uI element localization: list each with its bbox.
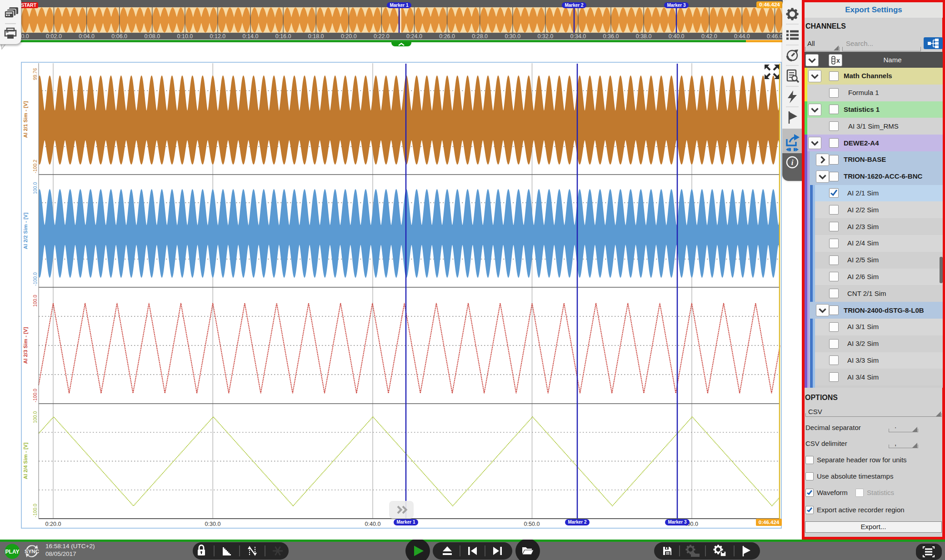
svg-text:0:28.0: 0:28.0	[472, 33, 488, 40]
svg-text:0:06.0: 0:06.0	[111, 33, 127, 40]
svg-text:0:24.0: 0:24.0	[406, 33, 422, 40]
svg-text:100.0: 100.0	[32, 182, 38, 194]
svg-text:16:58:14 (UTC+2): 16:58:14 (UTC+2)	[45, 543, 95, 550]
svg-text:0:12.0: 0:12.0	[210, 33, 226, 40]
svg-text:0:20.0: 0:20.0	[45, 521, 61, 527]
svg-text:100.0: 100.0	[32, 411, 38, 423]
svg-text:AI 2/4 Sim - [V]: AI 2/4 Sim - [V]	[23, 443, 28, 480]
svg-text:0:40.0: 0:40.0	[365, 521, 381, 527]
svg-text:-100.0: -100.0	[32, 272, 38, 286]
svg-text:AI 2/2 Sim - [V]: AI 2/2 Sim - [V]	[23, 213, 28, 250]
svg-text:0:04.0: 0:04.0	[79, 33, 95, 40]
svg-text:0:40.0: 0:40.0	[669, 33, 685, 40]
svg-text:0:02.0: 0:02.0	[46, 33, 62, 40]
svg-text:0:08.0: 0:08.0	[144, 33, 160, 40]
svg-text:0:10.0: 0:10.0	[177, 33, 193, 40]
svg-text:0:20.0: 0:20.0	[341, 33, 357, 40]
svg-text:i: i	[791, 158, 794, 167]
svg-text:-100.0: -100.0	[32, 504, 38, 517]
svg-text:0:26.0: 0:26.0	[439, 33, 455, 40]
svg-text:0:30.0: 0:30.0	[205, 521, 221, 527]
svg-text:0:14.0: 0:14.0	[243, 33, 259, 40]
svg-text:AI 2/1 Sim - [V]: AI 2/1 Sim - [V]	[23, 101, 28, 138]
svg-text:-100.2: -100.2	[32, 160, 38, 173]
svg-text:100.0: 100.0	[32, 295, 38, 307]
svg-text:0:50.0: 0:50.0	[524, 521, 540, 527]
svg-text:SYNC: SYNC	[25, 549, 39, 554]
svg-text:AI 2/3 Sim - [V]: AI 2/3 Sim - [V]	[23, 327, 28, 364]
svg-text:0:18.0: 0:18.0	[308, 33, 324, 40]
svg-text:x: x	[836, 57, 840, 64]
svg-text:08/05/2017: 08/05/2017	[45, 550, 76, 557]
svg-text:0:34.0: 0:34.0	[570, 33, 586, 40]
svg-text:0:44.0: 0:44.0	[734, 33, 750, 40]
svg-text:0:46.0: 0:46.0	[767, 33, 783, 40]
svg-text:99.76: 99.76	[32, 68, 38, 80]
svg-text:PLAY: PLAY	[5, 549, 20, 555]
svg-text:0:32.0: 0:32.0	[537, 33, 553, 40]
svg-text:0:36.0: 0:36.0	[603, 33, 619, 40]
svg-text:0:38.0: 0:38.0	[636, 33, 652, 40]
svg-text:-100.0: -100.0	[32, 389, 38, 402]
svg-text:0:22.0: 0:22.0	[374, 33, 390, 40]
svg-text:0:16.0: 0:16.0	[275, 33, 291, 40]
svg-text:0:42.0: 0:42.0	[701, 33, 717, 40]
svg-text:0:30.0: 0:30.0	[505, 33, 520, 40]
